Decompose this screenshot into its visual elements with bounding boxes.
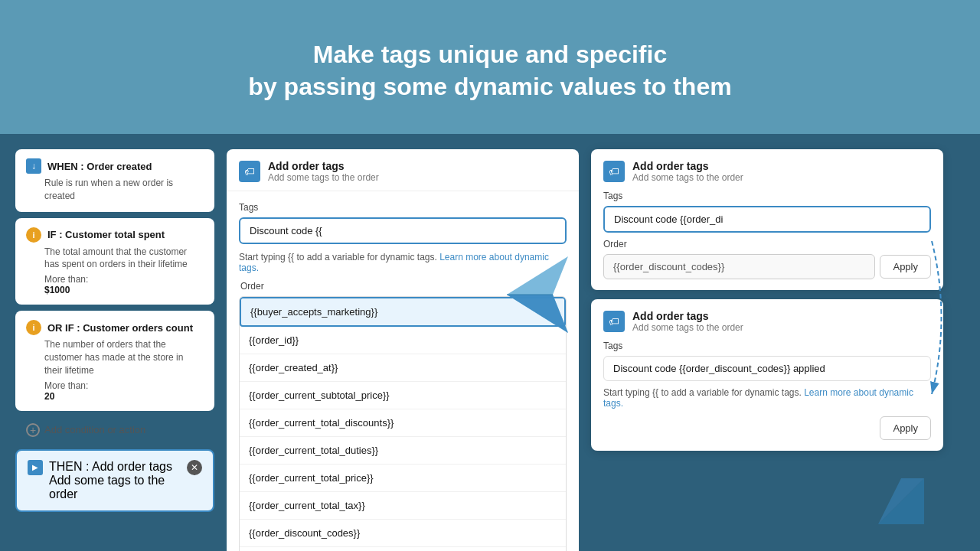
main-area: ↓ WHEN : Order created Rule is run when … <box>0 134 980 551</box>
right-top-header-text: Add order tags Add some tags to the orde… <box>632 160 743 183</box>
right-top-icon: 🏷 <box>603 161 625 182</box>
right-panels: 🏷 Add order tags Add some tags to the or… <box>591 149 943 536</box>
right-top-tags-input[interactable] <box>603 206 931 233</box>
right-bottom-tags-label: Tags <box>603 341 931 351</box>
order-section-label: Order <box>239 281 567 292</box>
hero-line2: by passing some dynamic values to them <box>248 71 731 103</box>
bottom-triangle <box>874 474 928 528</box>
dropdown-item[interactable]: {{order_current_total_price}} <box>240 465 566 492</box>
dropdown-item[interactable]: {{order_discount_codes}} <box>240 520 566 547</box>
if2-more-label: More than: <box>44 380 88 391</box>
hero-line1: Make tags unique and specific <box>248 39 731 71</box>
right-bottom-tags-input[interactable] <box>603 356 931 381</box>
when-desc: Rule is run when a new order is created <box>44 177 204 203</box>
if1-more-label: More than: <box>44 274 88 285</box>
if1-icon: i <box>26 227 41 243</box>
dropdown-item[interactable]: {{order_id}} <box>240 327 566 354</box>
then-card-content: ▶ THEN : Add order tags Add some tags to… <box>28 460 181 501</box>
bottom-apply-row: Apply <box>603 416 931 440</box>
then-title: THEN : Add order tags <box>49 460 181 474</box>
if2-more: More than: 20 <box>44 380 204 402</box>
if1-desc: The total amount that the customer has s… <box>44 246 204 272</box>
then-card[interactable]: ▶ THEN : Add order tags Add some tags to… <box>15 449 214 512</box>
center-panel-title: Add order tags <box>268 160 379 172</box>
right-panel-bottom: 🏷 Add order tags Add some tags to the or… <box>591 299 943 451</box>
right-bottom-header-text: Add order tags Add some tags to the orde… <box>632 310 743 333</box>
right-top-title: Add order tags <box>632 160 743 172</box>
center-panel-header: 🏷 Add order tags Add some tags to the or… <box>227 149 579 191</box>
right-bottom-title: Add order tags <box>632 310 743 322</box>
then-text: THEN : Add order tags Add some tags to t… <box>49 460 181 501</box>
right-top-apply-button[interactable]: Apply <box>880 255 931 279</box>
dropdown-item[interactable]: {{buyer_accepts_marketing}} <box>240 297 566 327</box>
center-panel-subtitle: Add some tags to the order <box>268 172 379 183</box>
dropdown-item[interactable]: {{order_current_total_tax}} <box>240 492 566 520</box>
tags-hint: Start typing {{ to add a variable for dy… <box>239 252 567 273</box>
when-card[interactable]: ↓ WHEN : Order created Rule is run when … <box>15 149 214 212</box>
right-top-order-input[interactable] <box>603 254 875 279</box>
if1-more: More than: $1000 <box>44 274 204 295</box>
if2-header: i OR IF : Customer orders count <box>26 320 204 335</box>
then-icon: ▶ <box>28 460 43 475</box>
right-panel-bottom-header: 🏷 Add order tags Add some tags to the or… <box>603 310 931 333</box>
dropdown-item[interactable]: {{order_created_at}} <box>240 354 566 382</box>
dropdown-item[interactable]: {{order_fulfillment_status}} <box>240 547 566 551</box>
right-bottom-subtitle: Add some tags to the order <box>632 322 743 333</box>
bottom-apply-button[interactable]: Apply <box>880 416 931 440</box>
if1-title: IF : Customer total spent <box>47 229 165 240</box>
when-title: WHEN : Order created <box>47 161 152 172</box>
right-top-order-label: Order <box>603 239 931 249</box>
right-panel-top: 🏷 Add order tags Add some tags to the or… <box>591 149 943 290</box>
right-panel-top-header: 🏷 Add order tags Add some tags to the or… <box>603 160 931 183</box>
bottom-hint: Start typing {{ to add a variable for dy… <box>603 387 931 409</box>
dropdown-item[interactable]: {{order_current_total_discounts}} <box>240 409 566 437</box>
if2-icon: i <box>26 320 41 335</box>
plus-icon: + <box>26 423 40 437</box>
if1-card[interactable]: i IF : Customer total spent The total am… <box>15 218 214 305</box>
right-top-tags-label: Tags <box>603 191 931 201</box>
dropdown-list: {{buyer_accepts_marketing}}{{order_id}}{… <box>239 296 567 551</box>
hint-text: Start typing {{ to add a variable for dy… <box>239 252 437 262</box>
add-condition-label: Add condition or action <box>44 424 145 435</box>
tags-label: Tags <box>239 202 567 213</box>
svg-marker-5 <box>878 478 924 524</box>
tags-input[interactable] <box>239 217 567 244</box>
right-bottom-icon: 🏷 <box>603 311 625 332</box>
center-panel-body: Tags Start typing {{ to add a variable f… <box>227 191 579 551</box>
bottom-hint-text: Start typing {{ to add a variable for dy… <box>603 387 802 398</box>
center-panel-header-text: Add order tags Add some tags to the orde… <box>268 160 379 183</box>
right-top-subtitle: Add some tags to the order <box>632 172 743 183</box>
if2-title: OR IF : Customer orders count <box>47 322 193 334</box>
center-panel-card: 🏷 Add order tags Add some tags to the or… <box>227 149 579 551</box>
right-top-order-row: Apply <box>603 254 931 279</box>
when-icon: ↓ <box>26 158 41 174</box>
if2-card[interactable]: i OR IF : Customer orders count The numb… <box>15 311 214 410</box>
center-panel: 🏷 Add order tags Add some tags to the or… <box>227 149 579 536</box>
hero-section: Make tags unique and specific by passing… <box>0 0 980 134</box>
hero-title: Make tags unique and specific by passing… <box>248 39 731 103</box>
if1-header: i IF : Customer total spent <box>26 227 204 243</box>
sidebar: ↓ WHEN : Order created Rule is run when … <box>15 149 214 536</box>
dropdown-item[interactable]: {{order_current_total_duties}} <box>240 437 566 465</box>
when-header: ↓ WHEN : Order created <box>26 158 204 174</box>
then-desc: Add some tags to the order <box>49 474 181 501</box>
if1-amount: $1000 <box>44 285 70 295</box>
if2-amount: 20 <box>44 391 54 402</box>
svg-marker-4 <box>878 478 924 524</box>
dropdown-item[interactable]: {{order_current_subtotal_price}} <box>240 382 566 409</box>
center-panel-icon: 🏷 <box>239 161 260 182</box>
close-button[interactable]: ✕ <box>187 460 202 475</box>
add-condition-button[interactable]: + Add condition or action <box>15 417 214 443</box>
if2-desc: The number of orders that the customer h… <box>44 338 204 377</box>
